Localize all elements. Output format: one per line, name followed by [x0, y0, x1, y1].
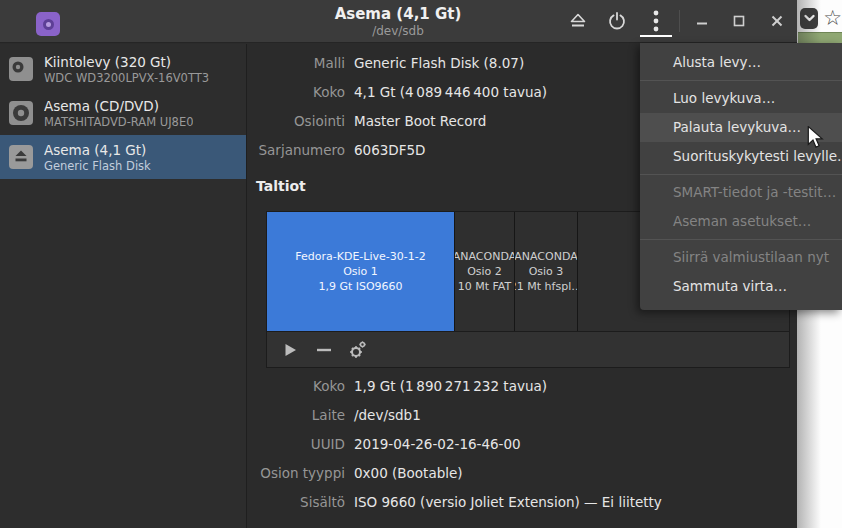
- info-value: ISO 9660 (versio Joliet Extension) — Ei …: [354, 492, 662, 512]
- partition-name: ANACONDA: [455, 249, 515, 264]
- headerbar: Asema (4,1 Gt) /dev/sdb: [0, 0, 797, 43]
- minimize-icon: [696, 15, 708, 27]
- partition-size-fs: 10 Mt FAT: [458, 279, 512, 294]
- info-label: Sisältö: [248, 492, 345, 512]
- partition-number: Osio 2: [467, 264, 502, 279]
- partition-name: ANACONDA: [515, 249, 578, 264]
- info-label: UUID: [248, 434, 345, 454]
- info-value: Master Boot Record: [354, 111, 486, 131]
- info-row-uuid: UUID 2019-04-26-02-16-46-00: [248, 434, 521, 454]
- volume-toolbar: [267, 331, 789, 367]
- mouse-cursor: [807, 126, 824, 150]
- info-value: 6063DF5D: [354, 140, 426, 160]
- menu-item-drive-settings[interactable]: Aseman asetukset…: [640, 207, 842, 236]
- info-value: 4,1 Gt (4 089 446 400 tavua): [354, 82, 547, 102]
- app-menu-button[interactable]: [640, 7, 672, 35]
- app-menu-popup: Alusta levy… Luo levykuva… Palauta levyk…: [640, 43, 842, 310]
- minus-icon: [316, 348, 332, 352]
- sidebar-item-subtitle: WDC WD3200LPVX-16V0TT3: [44, 71, 209, 85]
- power-off-button[interactable]: [601, 7, 633, 35]
- info-label: Laite: [248, 405, 345, 425]
- info-row-size: Koko 4,1 Gt (4 089 446 400 tavua): [248, 82, 547, 102]
- window-subtitle: /dev/sdb: [335, 24, 462, 38]
- info-row-model: Malli Generic Flash Disk (8.07): [248, 53, 524, 73]
- info-row-serial: Sarjanumero 6063DF5D: [248, 140, 426, 160]
- menu-item-format-disk[interactable]: Alusta levy…: [640, 48, 842, 77]
- info-label: Sarjanumero: [248, 140, 345, 160]
- window-title-block: Asema (4,1 Gt) /dev/sdb: [335, 5, 462, 38]
- window-title: Asema (4,1 Gt): [335, 5, 462, 23]
- menu-item-power-off[interactable]: Sammuta virta…: [640, 272, 842, 301]
- kebab-menu-icon: [653, 10, 659, 32]
- menu-active-indicator: [640, 35, 672, 37]
- partition-1[interactable]: Fedora-KDE-Live-30-1-2 Osio 1 1,9 Gt ISO…: [267, 212, 455, 331]
- headerbar-separator: [679, 10, 680, 32]
- menu-separator: [640, 239, 842, 240]
- harddisk-icon: [8, 56, 34, 82]
- menu-item-standby-now[interactable]: Siirrä valmiustilaan nyt: [640, 243, 842, 272]
- info-row-contents: Sisältö ISO 9660 (versio Joliet Extensio…: [248, 492, 662, 512]
- close-icon: [771, 15, 783, 27]
- sidebar-item-title: Asema (4,1 Gt): [44, 142, 151, 158]
- optical-disc-icon: [8, 100, 34, 126]
- info-row-partitioning: Osiointi Master Boot Record: [248, 111, 486, 131]
- info-value: /dev/sdb1: [354, 405, 421, 425]
- sidebar-item-flash-drive[interactable]: Asema (4,1 Gt) Generic Flash Disk: [0, 135, 246, 179]
- info-row-volume-size: Koko 1,9 Gt (1 890 271 232 tavua): [248, 376, 547, 396]
- eject-button[interactable]: [562, 7, 594, 35]
- gear-icon: [349, 341, 367, 359]
- app-drive-icon: [36, 12, 60, 36]
- menu-separator: [640, 174, 842, 175]
- partition-number: Osio 1: [343, 264, 378, 279]
- removable-drive-icon: [8, 144, 34, 170]
- info-value: 1,9 Gt (1 890 271 232 tavua): [354, 376, 547, 396]
- menu-item-smart-data[interactable]: SMART-tiedot ja -testit…: [640, 178, 842, 207]
- info-row-partition-type: Osion tyyppi 0x00 (Bootable): [248, 463, 463, 483]
- sidebar-item-subtitle: Generic Flash Disk: [44, 159, 151, 173]
- partition-size-fs: 1,9 Gt ISO9660: [318, 279, 402, 294]
- info-value: Generic Flash Disk (8.07): [354, 53, 524, 73]
- info-label: Malli: [248, 53, 345, 73]
- mount-button[interactable]: [277, 337, 303, 363]
- info-label: Osiointi: [248, 111, 345, 131]
- sidebar-item-title: Asema (CD/DVD): [44, 98, 193, 114]
- partition-settings-button[interactable]: [345, 337, 371, 363]
- delete-partition-button[interactable]: [311, 337, 337, 363]
- device-sidebar: Kiintolevy (320 Gt) WDC WD3200LPVX-16V0T…: [0, 44, 247, 528]
- info-label: Osion tyyppi: [248, 463, 345, 483]
- partition-size-fs: 21 Mt hfspl…: [515, 279, 578, 294]
- star-icon[interactable]: ☆: [823, 8, 842, 28]
- sidebar-item-harddisk[interactable]: Kiintolevy (320 Gt) WDC WD3200LPVX-16V0T…: [0, 47, 246, 91]
- info-label: Koko: [248, 376, 345, 396]
- power-icon: [608, 12, 626, 30]
- partition-name: Fedora-KDE-Live-30-1-2: [295, 249, 425, 264]
- sidebar-item-title: Kiintolevy (320 Gt): [44, 54, 209, 70]
- sidebar-item-subtitle: MATSHITADVD-RAM UJ8E0: [44, 115, 193, 129]
- play-icon: [284, 343, 297, 357]
- sidebar-item-optical-drive[interactable]: Asema (CD/DVD) MATSHITADVD-RAM UJ8E0: [0, 91, 246, 135]
- maximize-button[interactable]: [723, 7, 755, 35]
- info-value: 0x00 (Bootable): [354, 463, 463, 483]
- info-value: 2019-04-26-02-16-46-00: [354, 434, 521, 454]
- info-label: Koko: [248, 82, 345, 102]
- volumes-heading: Taltiot: [256, 178, 306, 194]
- minimize-button[interactable]: [686, 7, 718, 35]
- menu-item-create-disk-image[interactable]: Luo levykuva…: [640, 84, 842, 113]
- partition-number: Osio 3: [529, 264, 564, 279]
- close-button[interactable]: [761, 7, 793, 35]
- partition-3[interactable]: ANACONDA Osio 3 21 Mt hfspl…: [515, 212, 578, 331]
- info-row-device: Laite /dev/sdb1: [248, 405, 421, 425]
- maximize-icon: [733, 15, 745, 27]
- partition-2[interactable]: ANACONDA Osio 2 10 Mt FAT: [455, 212, 515, 331]
- menu-separator: [640, 80, 842, 81]
- eject-icon: [569, 13, 587, 29]
